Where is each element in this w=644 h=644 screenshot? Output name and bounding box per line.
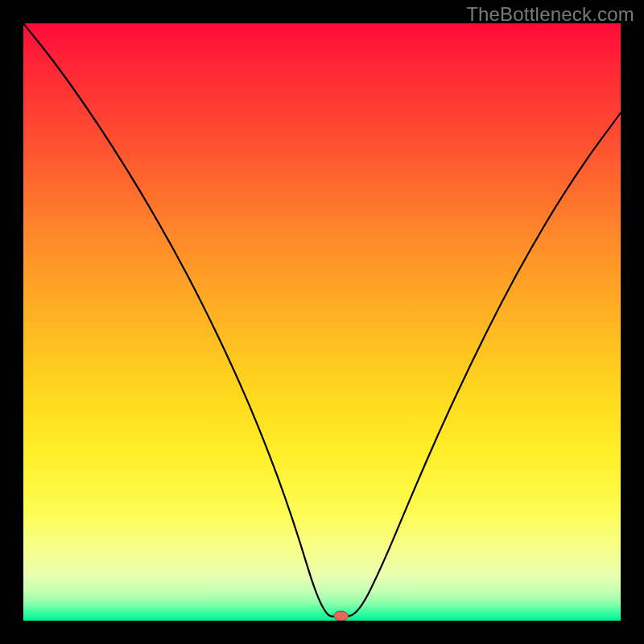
curve-layer [23,23,621,621]
plot-area [23,23,621,621]
watermark-text: TheBottleneck.com [466,3,634,26]
chart-frame: TheBottleneck.com [0,0,644,644]
optimum-marker [334,611,349,621]
bottleneck-curve [23,23,621,617]
